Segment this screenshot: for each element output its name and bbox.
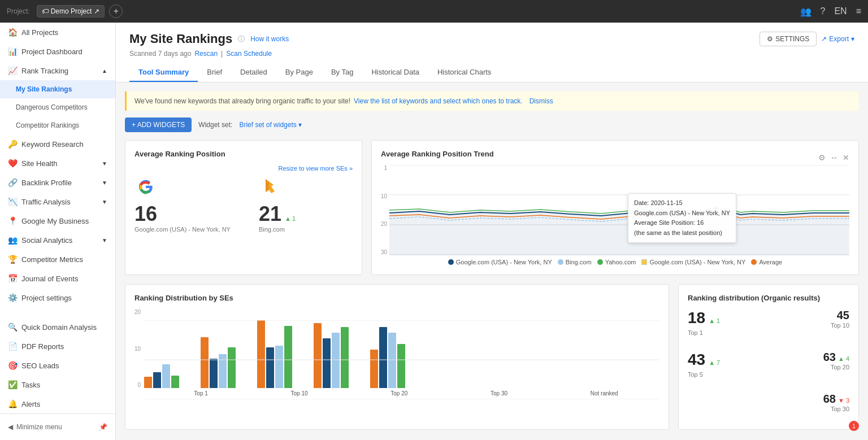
- settings-button[interactable]: ⚙ SETTINGS: [760, 32, 817, 46]
- tab-by-page[interactable]: By Page: [276, 63, 322, 82]
- bar-darkblue: [210, 359, 218, 388]
- minimize-menu-button[interactable]: ◀ Minimize menu 📌: [0, 419, 115, 435]
- bar-group-top10: [201, 337, 236, 388]
- help-circle-icon: ⓘ: [238, 34, 245, 44]
- organic-dist-title: Ranking distribution (Organic results): [688, 294, 849, 302]
- resize-link[interactable]: Resize to view more SEs »: [134, 165, 353, 172]
- tab-historical-data[interactable]: Historical Data: [362, 63, 428, 82]
- legend-label-google: Google.com (USA) - New York, NY: [456, 259, 552, 265]
- main-content: My Site Rankings ⓘ How it works Scanned …: [116, 23, 868, 440]
- notification-count: 1: [852, 423, 856, 429]
- keyword-icon: 🔑: [8, 140, 17, 149]
- backlink-icon: 🔗: [8, 178, 17, 187]
- settings-chart-icon[interactable]: ⚙: [818, 153, 826, 162]
- chevron-down-icon: ▼: [102, 160, 107, 167]
- google-ranking-number: 16: [134, 202, 157, 226]
- sidebar: 🏠 All Projects 📊 Project Dashboard 📈 Ran…: [0, 23, 116, 440]
- org-right-num-45: 45: [831, 309, 849, 322]
- rank-tracking-icon: 📈: [8, 66, 17, 75]
- sidebar-item-dangerous-competitors[interactable]: Dangerous Competitors: [0, 98, 115, 116]
- gmb-icon: 📍: [8, 216, 17, 225]
- bar-darkblue: [153, 372, 161, 388]
- y-label-20: 20: [381, 221, 387, 227]
- sidebar-item-backlink-profile[interactable]: 🔗 Backlink Profile ▼: [0, 173, 115, 192]
- arp-content: 16 Google.com (USA) - New York, NY: [134, 176, 353, 233]
- scanned-label: Scanned 7 days ago: [129, 50, 191, 58]
- sidebar-item-competitor-metrics[interactable]: 🏆 Competitor Metrics: [0, 250, 115, 269]
- content-area: We've found new keywords that already br…: [116, 82, 868, 440]
- how-it-works-link[interactable]: How it works: [250, 35, 289, 43]
- organic-right-1: 45 Top 10: [831, 309, 849, 329]
- page-title: My Site Rankings: [129, 32, 232, 46]
- language-selector[interactable]: EN: [834, 6, 847, 16]
- bar-lightblue: [332, 333, 340, 388]
- x-label-top30: Top 30: [491, 390, 507, 397]
- sidebar-item-google-my-business[interactable]: 📍 Google My Business: [0, 211, 115, 230]
- organic-row-1: 18 ▲ 1 Top 1 45 Top 10: [688, 309, 849, 343]
- export-icon: ↗: [821, 35, 827, 43]
- sidebar-label: Traffic Analysis: [21, 198, 71, 206]
- sidebar-item-journal-of-events[interactable]: 📅 Journal of Events: [0, 269, 115, 288]
- chart-legend: Google.com (USA) - New York, NY Bing.com…: [381, 259, 849, 265]
- sidebar-item-project-settings[interactable]: ⚙️ Project settings: [0, 288, 115, 307]
- sidebar-item-my-site-rankings[interactable]: My Site Rankings: [0, 80, 115, 98]
- tooltip-date: Date: 2020-11-15: [634, 198, 730, 208]
- users-icon[interactable]: 👥: [800, 6, 811, 17]
- sidebar-sub-label: Dangerous Competitors: [16, 103, 88, 111]
- org-right-num-63: 63: [823, 351, 836, 364]
- y-10: 10: [134, 346, 141, 352]
- widget-set-label: Widget set:: [198, 121, 232, 129]
- sidebar-item-traffic-analysis[interactable]: 📉 Traffic Analysis ▼: [0, 192, 115, 211]
- tabs: Tool Summary Brief Detailed By Page By T…: [129, 63, 854, 82]
- sidebar-item-seo-leads[interactable]: 🎯 SEO Leads: [0, 356, 115, 375]
- banner-dismiss-link[interactable]: Dismiss: [530, 97, 553, 105]
- sidebar-item-project-dashboard[interactable]: 📊 Project Dashboard: [0, 42, 115, 61]
- add-widgets-button[interactable]: + ADD WIDGETS: [125, 117, 192, 132]
- topbar-right: 👥 ? EN ≡: [800, 6, 861, 17]
- sidebar-item-rank-tracking[interactable]: 📈 Rank Tracking ▲: [0, 61, 115, 80]
- widget-set-select[interactable]: Brief set of widgets ▾: [239, 121, 302, 129]
- sidebar-label: Keyword Research: [21, 140, 84, 149]
- bar-group-top1: [144, 364, 179, 388]
- chevron-down-icon: ▼: [102, 180, 107, 186]
- banner-text: We've found new keywords that already br…: [134, 97, 350, 105]
- journal-icon: 📅: [8, 274, 17, 283]
- bar-chart-wrapper: 20 10 0: [134, 309, 659, 397]
- add-project-button[interactable]: +: [109, 5, 123, 18]
- notification-badge[interactable]: 1: [849, 421, 859, 431]
- legend-average: Average: [751, 259, 782, 265]
- export-button[interactable]: ↗ Export ▾: [821, 35, 854, 43]
- rescan-link[interactable]: Rescan: [194, 50, 218, 58]
- organic-right-2: 63 ▲ 4 Top 20: [823, 351, 849, 371]
- tab-tool-summary[interactable]: Tool Summary: [129, 63, 198, 82]
- org-right-num-68: 68: [823, 393, 836, 406]
- tab-detailed[interactable]: Detailed: [231, 63, 276, 82]
- org-num-18: 18: [688, 309, 705, 327]
- menu-icon[interactable]: ≡: [856, 6, 861, 16]
- project-selector[interactable]: 🏷 Demo Project ↗: [37, 5, 105, 18]
- sidebar-item-all-projects[interactable]: 🏠 All Projects: [0, 23, 115, 42]
- tab-brief[interactable]: Brief: [198, 63, 231, 82]
- sidebar-item-pdf-reports[interactable]: 📄 PDF Reports: [0, 337, 115, 356]
- close-chart-icon[interactable]: ✕: [843, 153, 849, 162]
- bing-logo: [259, 176, 281, 199]
- scan-schedule-link[interactable]: Scan Schedule: [226, 50, 272, 58]
- banner-link[interactable]: View the list of keywords and select whi…: [354, 97, 523, 105]
- sidebar-label: Tasks: [21, 381, 40, 389]
- tab-historical-charts[interactable]: Historical Charts: [428, 63, 500, 82]
- sidebar-label: Site Health: [21, 159, 58, 168]
- sidebar-item-keyword-research[interactable]: 🔑 Keyword Research: [0, 134, 115, 154]
- sidebar-item-quick-domain-analysis[interactable]: 🔍 Quick Domain Analysis: [0, 317, 115, 337]
- sidebar-item-site-health[interactable]: ❤️ Site Health ▼: [0, 154, 115, 173]
- tab-by-tag[interactable]: By Tag: [322, 63, 363, 82]
- help-icon[interactable]: ?: [821, 6, 826, 16]
- widget-set-value: Brief set of widgets ▾: [239, 121, 302, 129]
- expand-icon[interactable]: ↔: [830, 153, 838, 162]
- sidebar-item-tasks[interactable]: ✅ Tasks: [0, 375, 115, 394]
- organic-dist-card: Ranking distribution (Organic results) 1…: [678, 284, 859, 430]
- organic-left-1: 18 ▲ 1 Top 1: [688, 309, 720, 343]
- sidebar-item-alerts[interactable]: 🔔 Alerts: [0, 394, 115, 413]
- bar-darkblue: [266, 347, 274, 388]
- sidebar-item-competitor-rankings[interactable]: Competitor Rankings: [0, 116, 115, 134]
- sidebar-item-social-analytics[interactable]: 👥 Social Analytics ▼: [0, 230, 115, 250]
